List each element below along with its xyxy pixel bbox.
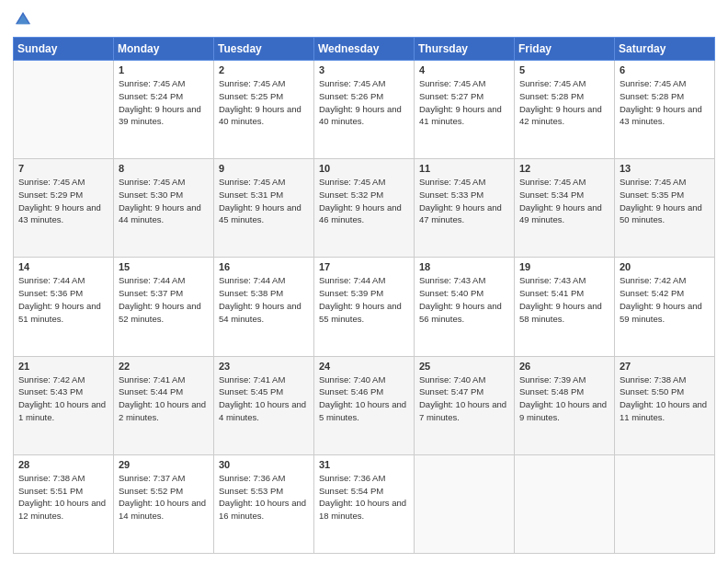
sunset-text: Sunset: 5:32 PM (319, 189, 409, 201)
sunrise-text: Sunrise: 7:45 AM (519, 77, 609, 90)
daylight-text: Daylight: 9 hours and 58 minutes. (519, 300, 609, 326)
daylight-text: Daylight: 9 hours and 39 minutes. (119, 103, 209, 129)
calendar-cell: 25Sunrise: 7:40 AMSunset: 5:47 PMDayligh… (415, 356, 515, 454)
day-info: Sunrise: 7:44 AMSunset: 5:36 PMDaylight:… (18, 274, 108, 325)
calendar-cell: 30Sunrise: 7:36 AMSunset: 5:53 PMDayligh… (214, 454, 314, 553)
day-info: Sunrise: 7:45 AMSunset: 5:32 PMDaylight:… (319, 176, 409, 226)
sunrise-text: Sunrise: 7:45 AM (18, 176, 108, 189)
daylight-text: Daylight: 10 hours and 4 minutes. (219, 398, 309, 424)
day-number: 5 (519, 64, 609, 75)
sunrise-text: Sunrise: 7:44 AM (119, 274, 209, 287)
daylight-text: Daylight: 9 hours and 43 minutes. (18, 201, 108, 227)
day-number: 16 (219, 261, 309, 272)
calendar-cell (615, 454, 715, 553)
calendar-cell: 16Sunrise: 7:44 AMSunset: 5:38 PMDayligh… (214, 258, 314, 356)
day-number: 15 (119, 261, 209, 272)
sunset-text: Sunset: 5:35 PM (620, 189, 710, 201)
sunset-text: Sunset: 5:25 PM (219, 90, 309, 103)
calendar-cell: 2Sunrise: 7:45 AMSunset: 5:25 PMDaylight… (214, 61, 314, 159)
sunrise-text: Sunrise: 7:45 AM (219, 77, 309, 90)
sunset-text: Sunset: 5:39 PM (319, 287, 409, 300)
day-info: Sunrise: 7:45 AMSunset: 5:27 PMDaylight:… (419, 77, 509, 128)
calendar-cell: 19Sunrise: 7:43 AMSunset: 5:41 PMDayligh… (515, 258, 615, 356)
daylight-text: Daylight: 9 hours and 59 minutes. (620, 300, 710, 326)
sunrise-text: Sunrise: 7:45 AM (419, 176, 509, 189)
daylight-text: Daylight: 9 hours and 47 minutes. (419, 201, 509, 227)
sunset-text: Sunset: 5:51 PM (18, 485, 108, 498)
calendar-body: 1Sunrise: 7:45 AMSunset: 5:24 PMDaylight… (14, 61, 715, 554)
sunset-text: Sunset: 5:34 PM (519, 189, 609, 201)
calendar-cell: 7Sunrise: 7:45 AMSunset: 5:29 PMDaylight… (14, 159, 114, 258)
day-info: Sunrise: 7:43 AMSunset: 5:41 PMDaylight:… (519, 274, 609, 325)
day-info: Sunrise: 7:45 AMSunset: 5:34 PMDaylight:… (519, 176, 609, 226)
calendar-cell: 8Sunrise: 7:45 AMSunset: 5:30 PMDaylight… (114, 159, 214, 258)
daylight-text: Daylight: 10 hours and 2 minutes. (119, 398, 209, 424)
day-number: 22 (119, 361, 209, 372)
sunset-text: Sunset: 5:41 PM (519, 287, 609, 300)
sunset-text: Sunset: 5:50 PM (620, 385, 710, 398)
daylight-text: Daylight: 10 hours and 11 minutes. (620, 398, 710, 424)
day-number: 14 (18, 261, 108, 272)
daylight-text: Daylight: 9 hours and 45 minutes. (219, 201, 309, 227)
sunset-text: Sunset: 5:27 PM (419, 90, 509, 103)
sunrise-text: Sunrise: 7:45 AM (319, 77, 409, 90)
weekday-wednesday: Wednesday (314, 38, 415, 61)
sunset-text: Sunset: 5:45 PM (219, 385, 309, 398)
day-number: 4 (419, 64, 509, 75)
week-row-3: 14Sunrise: 7:44 AMSunset: 5:36 PMDayligh… (14, 258, 715, 356)
calendar-cell (415, 454, 515, 553)
sunrise-text: Sunrise: 7:40 AM (419, 373, 509, 386)
daylight-text: Daylight: 9 hours and 52 minutes. (119, 300, 209, 326)
sunset-text: Sunset: 5:26 PM (319, 90, 409, 103)
daylight-text: Daylight: 9 hours and 40 minutes. (219, 103, 309, 129)
day-number: 26 (519, 361, 609, 372)
day-number: 19 (519, 261, 609, 272)
day-info: Sunrise: 7:40 AMSunset: 5:46 PMDaylight:… (319, 373, 409, 424)
day-number: 27 (620, 361, 710, 372)
sunrise-text: Sunrise: 7:42 AM (18, 373, 108, 386)
sunrise-text: Sunrise: 7:44 AM (219, 274, 309, 287)
daylight-text: Daylight: 10 hours and 9 minutes. (519, 398, 609, 424)
day-info: Sunrise: 7:45 AMSunset: 5:29 PMDaylight:… (18, 176, 108, 226)
calendar-table: SundayMondayTuesdayWednesdayThursdayFrid… (13, 37, 715, 554)
calendar-cell: 29Sunrise: 7:37 AMSunset: 5:52 PMDayligh… (114, 454, 214, 553)
sunrise-text: Sunrise: 7:40 AM (319, 373, 409, 386)
day-info: Sunrise: 7:44 AMSunset: 5:37 PMDaylight:… (119, 274, 209, 325)
day-number: 30 (219, 459, 309, 470)
day-info: Sunrise: 7:44 AMSunset: 5:38 PMDaylight:… (219, 274, 309, 325)
weekday-header-row: SundayMondayTuesdayWednesdayThursdayFrid… (14, 38, 715, 61)
daylight-text: Daylight: 10 hours and 18 minutes. (319, 497, 409, 523)
day-info: Sunrise: 7:45 AMSunset: 5:35 PMDaylight:… (620, 176, 710, 226)
sunset-text: Sunset: 5:40 PM (419, 287, 509, 300)
sunrise-text: Sunrise: 7:45 AM (119, 77, 209, 90)
calendar-cell: 17Sunrise: 7:44 AMSunset: 5:39 PMDayligh… (314, 258, 415, 356)
weekday-sunday: Sunday (14, 38, 114, 61)
calendar-page: SundayMondayTuesdayWednesdayThursdayFrid… (0, 0, 728, 563)
daylight-text: Daylight: 9 hours and 50 minutes. (620, 201, 710, 227)
logo-icon (13, 9, 33, 29)
day-info: Sunrise: 7:36 AMSunset: 5:53 PMDaylight:… (219, 472, 309, 523)
day-number: 28 (18, 459, 108, 470)
sunset-text: Sunset: 5:24 PM (119, 90, 209, 103)
sunset-text: Sunset: 5:47 PM (419, 385, 509, 398)
weekday-monday: Monday (114, 38, 214, 61)
calendar-cell: 22Sunrise: 7:41 AMSunset: 5:44 PMDayligh… (114, 356, 214, 454)
day-info: Sunrise: 7:38 AMSunset: 5:51 PMDaylight:… (18, 472, 108, 523)
calendar-cell: 10Sunrise: 7:45 AMSunset: 5:32 PMDayligh… (314, 159, 415, 258)
sunrise-text: Sunrise: 7:41 AM (119, 373, 209, 386)
daylight-text: Daylight: 9 hours and 43 minutes. (620, 103, 710, 129)
daylight-text: Daylight: 9 hours and 42 minutes. (519, 103, 609, 129)
day-number: 13 (620, 163, 710, 174)
day-number: 21 (18, 361, 108, 372)
week-row-4: 21Sunrise: 7:42 AMSunset: 5:43 PMDayligh… (14, 356, 715, 454)
sunrise-text: Sunrise: 7:42 AM (620, 274, 710, 287)
day-number: 6 (620, 64, 710, 75)
daylight-text: Daylight: 9 hours and 41 minutes. (419, 103, 509, 129)
sunset-text: Sunset: 5:46 PM (319, 385, 409, 398)
day-info: Sunrise: 7:43 AMSunset: 5:40 PMDaylight:… (419, 274, 509, 325)
weekday-tuesday: Tuesday (214, 38, 314, 61)
weekday-saturday: Saturday (615, 38, 715, 61)
sunset-text: Sunset: 5:48 PM (519, 385, 609, 398)
sunrise-text: Sunrise: 7:45 AM (620, 77, 710, 90)
calendar-cell: 4Sunrise: 7:45 AMSunset: 5:27 PMDaylight… (415, 61, 515, 159)
